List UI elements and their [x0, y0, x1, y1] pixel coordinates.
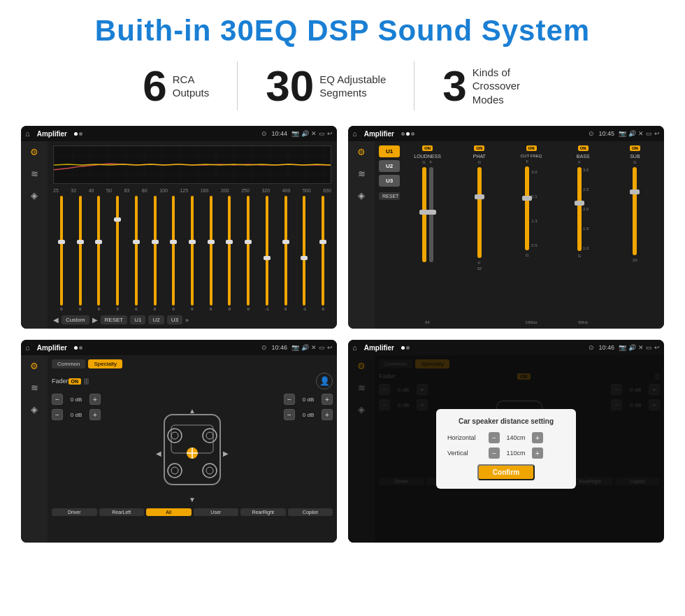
dialog-horizontal-stepper: − 140cm +: [489, 432, 543, 443]
svg-text:◀: ◀: [156, 450, 161, 457]
horizontal-minus-btn[interactable]: −: [489, 432, 500, 443]
preset-u3[interactable]: U3: [379, 175, 400, 187]
svg-text:▲: ▲: [189, 407, 196, 415]
eq-next-arrow[interactable]: ▶: [92, 316, 98, 324]
camera-icon-3: 📷: [291, 344, 299, 351]
close-icon-3: ✕: [311, 344, 317, 351]
svg-point-10: [206, 467, 213, 474]
eq-slider-col: 0: [315, 196, 331, 311]
eq-u2-btn[interactable]: U2: [148, 315, 164, 324]
vol-minus-1[interactable]: −: [52, 394, 63, 405]
volume-icon: 🔊: [301, 130, 309, 137]
svg-text:▼: ▼: [189, 496, 196, 503]
location-icon-3: ⊙: [261, 344, 267, 351]
eq-status-icons: 📷 🔊 ✕ ▭ ↩: [291, 130, 333, 137]
eq-slider-col: -1: [296, 196, 313, 311]
btn-copilot[interactable]: Copilot: [288, 508, 333, 516]
cross-sidebar-icon-2[interactable]: ≋: [358, 169, 366, 179]
eq-sliders: 0 0 0 5: [53, 196, 331, 313]
eq-graph: [53, 145, 331, 184]
eq-slider-col: 0: [277, 196, 294, 311]
fader-sidebar-icon-2[interactable]: ≋: [31, 382, 38, 393]
vol-plus-3[interactable]: +: [322, 394, 333, 405]
vertical-plus-btn[interactable]: +: [532, 447, 543, 459]
tab-common[interactable]: Common: [52, 359, 85, 368]
home-icon-2[interactable]: ⌂: [352, 129, 357, 138]
vol-val-3: 0 dB: [297, 396, 319, 403]
svg-point-8: [171, 467, 178, 474]
vol-minus-4[interactable]: −: [284, 409, 295, 420]
cross-sidebar-icon-3[interactable]: ◈: [358, 190, 365, 201]
tab-specialty[interactable]: Specialty: [88, 359, 122, 368]
crossover-body: ⚙ ≋ ◈ U1 U2 U3 RESET ON LOUDN: [348, 141, 664, 329]
fader-time: 10:46: [271, 344, 287, 351]
btn-driver[interactable]: Driver: [52, 508, 97, 516]
preset-u2[interactable]: U2: [379, 160, 400, 172]
eq-u3-btn[interactable]: U3: [167, 315, 182, 324]
horizontal-plus-btn[interactable]: +: [532, 432, 543, 443]
menu-icon-3: ▭: [319, 344, 325, 351]
back-icon-4[interactable]: ↩: [654, 344, 660, 351]
eq-body: ⚙ ≋ ◈: [21, 141, 337, 329]
eq-topbar: ⌂ Amplifier ⊙ 10:44 📷 🔊 ✕ ▭ ↩: [21, 126, 337, 141]
cross-sidebar-icon-1[interactable]: ⚙: [357, 147, 366, 157]
crossover-topbar: ⌂ Amplifier ⊙ 10:45 📷 🔊 ✕ ▭ ↩: [348, 126, 664, 141]
home-icon-3[interactable]: ⌂: [25, 343, 30, 352]
distance-time: 10:46: [598, 344, 614, 351]
fader-toggle[interactable]: ON: [68, 378, 82, 385]
eq-sidebar-icon-2[interactable]: ≋: [31, 169, 38, 179]
home-icon[interactable]: ⌂: [25, 129, 30, 138]
eq-content: 253240506380100 125160200250320400500630…: [48, 141, 337, 329]
eq-sidebar-icon-3[interactable]: ◈: [31, 190, 38, 201]
stat-label-rca: RCA Outputs: [173, 73, 210, 100]
vol-val-1: 0 dB: [65, 396, 87, 403]
vol-plus-2[interactable]: +: [89, 409, 101, 420]
vol-row-1: − 0 dB +: [52, 394, 101, 405]
eq-prev-arrow[interactable]: ◀: [53, 316, 59, 324]
back-icon[interactable]: ↩: [327, 130, 333, 137]
home-icon-4[interactable]: ⌂: [352, 343, 357, 352]
vol-plus-4[interactable]: +: [322, 409, 333, 420]
fader-sidebar-icon-1[interactable]: ⚙: [30, 361, 38, 371]
vertical-value: 110cm: [502, 450, 530, 457]
stat-rca: 6 RCA Outputs: [115, 64, 237, 108]
vertical-minus-btn[interactable]: −: [489, 447, 500, 459]
crossover-reset-btn[interactable]: RESET: [379, 192, 400, 200]
camera-icon-4: 📷: [619, 344, 626, 351]
eq-reset-btn[interactable]: RESET: [101, 315, 128, 324]
eq-slider-col: 0: [184, 196, 201, 311]
btn-user[interactable]: User: [194, 508, 239, 516]
stats-row: 6 RCA Outputs 30 EQ Adjustable Segments …: [21, 62, 664, 110]
eq-sidebar-icon-1[interactable]: ⚙: [30, 147, 38, 157]
btn-all[interactable]: All: [146, 508, 192, 516]
back-icon-2[interactable]: ↩: [654, 130, 660, 137]
vol-minus-3[interactable]: −: [284, 394, 295, 405]
crossover-presets: U1 U2 U3 RESET: [379, 145, 400, 324]
fader-title: Amplifier: [37, 344, 67, 352]
preset-u1[interactable]: U1: [379, 145, 400, 157]
dialog-vertical-stepper: − 110cm +: [489, 447, 543, 459]
vol-plus-1[interactable]: +: [89, 394, 101, 405]
fader-sidebar-icon-3[interactable]: ◈: [31, 404, 38, 415]
topbar-dots-cross: [401, 132, 414, 136]
page-title: Buith-in 30EQ DSP Sound System: [21, 14, 664, 48]
vol-val-4: 0 dB: [297, 412, 319, 418]
confirm-button[interactable]: Confirm: [477, 464, 535, 480]
back-icon-3[interactable]: ↩: [327, 344, 333, 351]
menu-icon: ▭: [319, 130, 325, 137]
stat-number-rca: 6: [143, 64, 166, 108]
volume-icon-2: 🔊: [628, 130, 636, 137]
vol-row-4: − 0 dB +: [284, 409, 333, 420]
eq-u1-btn[interactable]: U1: [130, 315, 145, 324]
distance-title: Amplifier: [364, 344, 394, 352]
location-icon-2: ⊙: [589, 130, 594, 137]
distance-topbar: ⌂ Amplifier ⊙ 10:46 📷 🔊 ✕ ▭ ↩: [348, 340, 664, 355]
eq-slider-col: 0: [203, 196, 219, 311]
vol-minus-2[interactable]: −: [52, 409, 63, 420]
eq-slider-col: 0: [53, 196, 70, 311]
btn-rearright[interactable]: RearRight: [240, 508, 286, 516]
btn-rearleft[interactable]: RearLeft: [99, 508, 145, 516]
stat-label-crossover: Kinds of Crossover Modes: [473, 66, 542, 107]
fader-main: − 0 dB + − 0 dB +: [52, 394, 333, 506]
volume-icon-3: 🔊: [301, 344, 309, 351]
